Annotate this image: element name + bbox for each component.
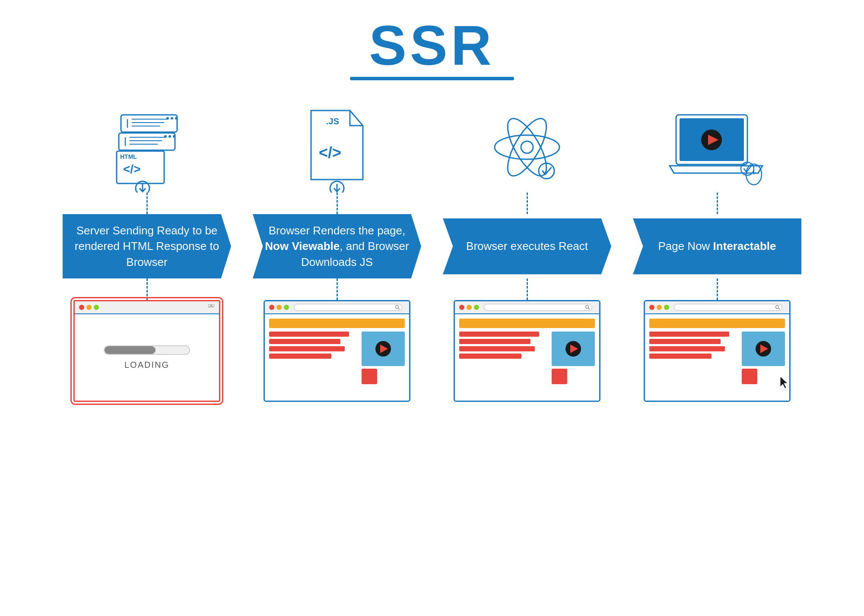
text-line-3-1: [459, 332, 539, 337]
laptop-icon-cell: [626, 106, 808, 193]
text-line-3-2: [459, 339, 530, 344]
icon-row: HTML </> .JS </>: [26, 106, 838, 193]
step-boxes-row: Server Sending Ready to be rendered HTML…: [26, 214, 838, 278]
play-triangle-1: [380, 344, 388, 353]
svg-point-5: [166, 117, 169, 120]
connector-4: [626, 193, 808, 214]
browser-cell-interactive: [626, 300, 808, 402]
play-btn-1: [375, 341, 391, 357]
text-line-2: [269, 339, 340, 344]
connector-b2: [246, 278, 428, 300]
dot-yellow-3: [467, 305, 472, 310]
dot-green-2: [284, 305, 289, 310]
step-3-label: Browser executes React: [466, 238, 588, 254]
svg-point-15: [173, 135, 175, 138]
content-row-3: [459, 332, 595, 384]
dot-green-3: [474, 305, 479, 310]
react-content: [455, 314, 599, 401]
dot-red: [79, 305, 84, 310]
browser-cell-react: [436, 300, 618, 402]
react-browser: [454, 300, 600, 402]
title-underline: [350, 77, 514, 80]
svg-point-14: [168, 135, 171, 138]
step-box-1: Server Sending Ready to be rendered HTML…: [63, 214, 231, 278]
small-box-3: [552, 369, 567, 384]
connector-b1: [56, 278, 238, 300]
svg-rect-0: [121, 115, 177, 132]
icon-to-box-connectors: [26, 193, 838, 214]
loading-bar-container: [104, 345, 190, 355]
interactive-content: [645, 314, 789, 401]
text-line-3: [269, 346, 345, 351]
yellow-bar-3: [459, 319, 595, 328]
page-title: SSR: [369, 17, 495, 73]
svg-text:</>: </>: [123, 162, 140, 176]
video-thumb-4: [742, 332, 785, 366]
text-line-4-3: [649, 346, 725, 351]
step-box-4: Page Now Interactable: [633, 218, 801, 275]
search-icon-3: [585, 305, 590, 310]
dot-yellow: [86, 305, 92, 310]
interactive-browser: [644, 300, 791, 402]
text-lines-4: [649, 332, 738, 384]
connector-b4: [626, 278, 808, 300]
dot-green-4: [664, 305, 669, 310]
step-2-label: Browser Renders the page, Now Viewable, …: [264, 223, 410, 270]
react-icon-cell: [436, 106, 618, 193]
video-thumb-1: [362, 332, 405, 366]
loading-label: LOADING: [124, 360, 169, 370]
page: SSR: [0, 0, 864, 616]
step-box-3: Browser executes React: [443, 218, 611, 275]
svg-point-41: [586, 306, 589, 309]
connector-3: [436, 193, 618, 214]
text-line-4: [269, 354, 331, 359]
connector-1: [56, 193, 238, 214]
svg-point-39: [396, 306, 399, 309]
svg-point-25: [495, 135, 559, 159]
video-thumb-3: [552, 332, 595, 366]
dot-red-2: [269, 305, 274, 310]
step-box-2: Browser Renders the page, Now Viewable, …: [253, 214, 421, 278]
browser-bar-viewable: [265, 301, 409, 314]
cursor-icon: [779, 376, 791, 390]
text-line-1: [269, 332, 349, 337]
svg-rect-38: [212, 304, 214, 307]
loading-content: LOADING: [75, 314, 219, 401]
flow-container: HTML </> .JS </>: [26, 106, 838, 402]
yellow-bar-4: [649, 319, 785, 328]
browser-cell-loading: LOADING: [56, 300, 238, 402]
loading-bar-fill: [105, 346, 156, 354]
text-lines-3: [459, 332, 548, 384]
small-box-4: [742, 369, 757, 384]
react-atom-icon: [484, 106, 570, 193]
browser-cell-viewable: [246, 300, 428, 402]
browser-bar-loading: [75, 301, 219, 314]
small-box-1: [362, 369, 377, 384]
browser-bar-react: [455, 301, 599, 314]
play-btn-4: [756, 341, 771, 357]
box-to-browser-connectors: [26, 278, 838, 300]
interactive-browser-wrapper: [644, 300, 791, 402]
play-triangle-3: [570, 344, 578, 353]
svg-point-7: [175, 117, 178, 120]
small-squares-icon: [208, 304, 214, 310]
play-btn-3: [565, 341, 581, 357]
js-file-icon: .JS </>: [302, 106, 372, 193]
viewable-browser: [264, 300, 410, 402]
browser-bar-interactive: [645, 301, 789, 314]
title-section: SSR: [350, 17, 514, 80]
yellow-bar: [269, 319, 405, 328]
svg-point-28: [521, 141, 533, 153]
svg-line-44: [778, 308, 780, 310]
play-triangle-4: [760, 344, 768, 353]
viewable-content: [265, 314, 409, 401]
text-line-4-1: [649, 332, 729, 337]
svg-point-6: [171, 117, 173, 120]
connector-b3: [436, 278, 618, 300]
search-icon-4: [775, 305, 780, 310]
svg-line-40: [398, 308, 400, 310]
dot-yellow-4: [657, 305, 662, 310]
content-row-4: [649, 332, 785, 384]
text-line-3-3: [459, 346, 535, 351]
connector-2: [246, 193, 428, 214]
